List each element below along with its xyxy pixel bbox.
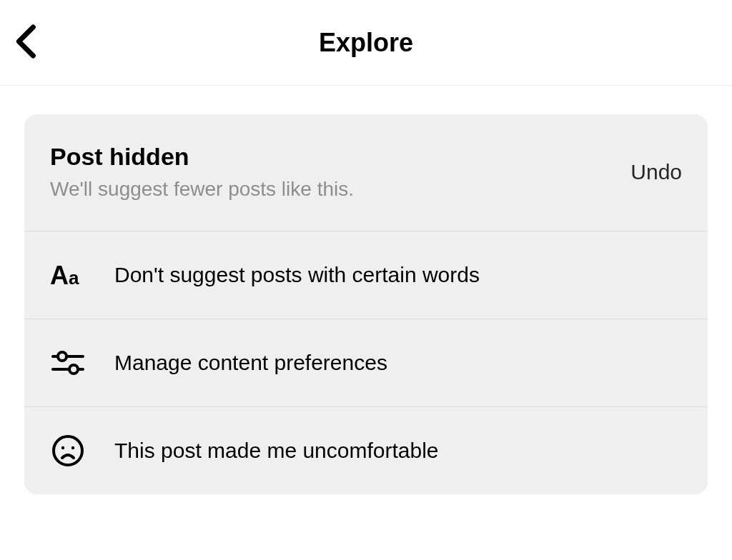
svg-point-7 [62,447,64,449]
header-bar: Explore [0,0,732,86]
option-label: Manage content preferences [114,351,387,375]
undo-button[interactable]: Undo [630,160,682,184]
svg-point-8 [72,447,74,449]
back-button[interactable] [13,22,41,64]
card-header-text: Post hidden We'll suggest fewer posts li… [50,143,354,201]
option-uncomfortable[interactable]: This post made me uncomfortable [24,407,708,494]
sad-face-icon [50,433,86,469]
option-dont-suggest-words[interactable]: A a Don't suggest posts with certain wor… [24,231,708,319]
svg-point-5 [69,365,78,374]
svg-point-3 [58,352,66,361]
post-hidden-card: Post hidden We'll suggest fewer posts li… [24,114,708,494]
card-title: Post hidden [50,143,354,171]
page-title: Explore [319,28,413,58]
option-label: This post made me uncomfortable [114,439,439,463]
option-label: Don't suggest posts with certain words [114,263,480,287]
text-aa-icon: A a [50,257,86,293]
svg-text:A: A [50,261,69,290]
card-subtitle: We'll suggest fewer posts like this. [50,178,354,201]
chevron-left-icon [13,22,41,61]
option-manage-preferences[interactable]: Manage content preferences [24,319,708,407]
svg-text:a: a [69,267,79,289]
sliders-icon [50,345,86,381]
svg-point-6 [54,436,82,465]
card-header: Post hidden We'll suggest fewer posts li… [24,114,708,231]
